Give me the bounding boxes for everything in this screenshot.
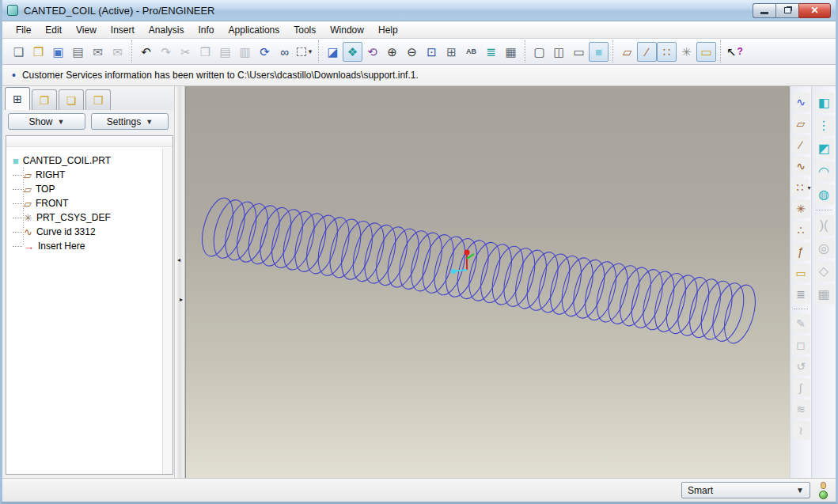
- menu-file[interactable]: File: [9, 23, 38, 37]
- paste-button[interactable]: ▤: [215, 42, 235, 62]
- new-file-button[interactable]: ❏: [9, 42, 28, 62]
- repaint-button[interactable]: ◪: [323, 42, 343, 62]
- annotation-feature-button[interactable]: ▭: [792, 263, 810, 282]
- redo-button[interactable]: ↷: [156, 42, 176, 62]
- curve-equation-tool-button[interactable]: ƒ: [792, 242, 810, 261]
- model-tree-scrollbar[interactable]: [162, 148, 173, 474]
- folder-browser-tab[interactable]: ❐: [32, 89, 57, 110]
- revolve-tool-button[interactable]: ↺: [792, 357, 810, 376]
- zoom-in-button[interactable]: ⊕: [382, 42, 402, 62]
- menu-edit[interactable]: Edit: [38, 23, 69, 37]
- datum-planes-toggle-button[interactable]: ▱: [617, 42, 637, 62]
- shell-tool-button[interactable]: ◎: [814, 238, 834, 259]
- menu-analysis[interactable]: Analysis: [142, 23, 191, 37]
- tree-connector: [13, 189, 22, 190]
- view-manager-button[interactable]: ▦: [501, 42, 521, 62]
- print-icon: ▤: [72, 46, 83, 58]
- menu-tools[interactable]: Tools: [286, 23, 323, 37]
- panel-splitter[interactable]: ◂ ▸: [175, 86, 185, 478]
- menu-info[interactable]: Info: [191, 23, 222, 37]
- print-button[interactable]: ▤: [68, 42, 88, 62]
- reorient-view-button[interactable]: ⟲: [362, 42, 382, 62]
- sketch-tool-button[interactable]: ✎: [792, 314, 810, 333]
- blend-tool-button[interactable]: ≋: [792, 400, 810, 419]
- menu-window[interactable]: Window: [323, 23, 371, 37]
- csys-tool-button[interactable]: ✳: [792, 199, 810, 218]
- style-surface-button[interactable]: ◍: [814, 184, 834, 205]
- wireframe-button[interactable]: ▢: [529, 42, 549, 62]
- settings-button[interactable]: Settings▼: [91, 113, 169, 130]
- expand-right-icon[interactable]: ▸: [180, 296, 183, 303]
- layers-button[interactable]: ≣: [481, 42, 501, 62]
- tree-item-canted-coil-prt[interactable]: ■CANTED_COIL.PRT: [13, 153, 160, 168]
- context-help-button[interactable]: ↖?: [725, 42, 745, 62]
- tree-item-curve-id-3312[interactable]: ∿Curve id 3312: [13, 225, 160, 239]
- draft-tool-button[interactable]: ◇: [814, 261, 834, 282]
- selection-filter-dropdown[interactable]: Smart ▼: [681, 482, 810, 498]
- round-tool-icon: )(: [820, 219, 829, 232]
- tree-item-top[interactable]: ▱TOP: [13, 182, 160, 196]
- datum-axis-tool-button[interactable]: ∕: [792, 135, 810, 154]
- tree-item-insert-here[interactable]: →Insert Here: [13, 239, 160, 253]
- warp-tool-button[interactable]: ≀: [792, 421, 810, 440]
- restore-button[interactable]: [775, 3, 798, 18]
- tree-item-prt-csys-def[interactable]: ✳PRT_CSYS_DEF: [13, 210, 160, 225]
- pattern-tool-button[interactable]: ▦: [814, 284, 834, 305]
- swept-blend-button[interactable]: ◠: [814, 161, 834, 182]
- csys-display-toggle-button[interactable]: ✳: [677, 42, 696, 62]
- close-button[interactable]: ✕: [798, 3, 831, 18]
- boundary-blend-button[interactable]: ◩: [814, 138, 834, 159]
- sketch-curve-tool-button[interactable]: ∿: [792, 157, 810, 176]
- menu-view[interactable]: View: [69, 23, 104, 37]
- sweep-tool-button[interactable]: ∫: [792, 378, 810, 397]
- menu-help[interactable]: Help: [371, 23, 405, 37]
- menu-insert[interactable]: Insert: [104, 23, 142, 37]
- save-button[interactable]: ▣: [48, 42, 68, 62]
- model-tree-tab[interactable]: ⊞: [5, 87, 30, 110]
- pattern-axis-button[interactable]: ⋮: [814, 116, 834, 136]
- feature-extrude-button[interactable]: ◧: [814, 93, 834, 113]
- annotation-display-toggle-button[interactable]: ▭: [696, 42, 716, 62]
- hidden-line-button[interactable]: ◫: [549, 42, 569, 62]
- datum-plane-tool-button[interactable]: ▱: [792, 114, 810, 133]
- open-file-button[interactable]: ❐: [28, 42, 48, 62]
- minimize-button[interactable]: [753, 3, 775, 18]
- flyout-caret-icon[interactable]: ▾: [807, 184, 810, 191]
- named-views-button[interactable]: AB: [461, 42, 481, 62]
- favorites-tab[interactable]: ❏: [59, 89, 84, 110]
- style-curve-tool-button[interactable]: ∿: [792, 93, 810, 112]
- spin-center-button[interactable]: ❖: [343, 42, 362, 62]
- find-button[interactable]: ∞: [275, 42, 294, 62]
- ref-geometry-button[interactable]: ≣: [792, 285, 810, 304]
- zoom-out-button[interactable]: ⊖: [402, 42, 422, 62]
- datum-point-tool-button[interactable]: ∷: [791, 178, 809, 197]
- model-status-indicator-icon[interactable]: [818, 481, 828, 500]
- datum-axes-toggle-button[interactable]: ∕: [637, 42, 657, 62]
- shaded-button[interactable]: ■: [589, 42, 609, 62]
- tree-item-right[interactable]: ▱RIGHT: [13, 168, 160, 182]
- copy-button[interactable]: ❒: [195, 42, 215, 62]
- connections-tab[interactable]: ❒: [85, 89, 111, 110]
- show-button[interactable]: Show▼: [8, 113, 85, 130]
- collapse-left-icon[interactable]: ◂: [177, 256, 180, 263]
- no-hidden-button[interactable]: ▭: [569, 42, 589, 62]
- offset-point-tool-button[interactable]: ∴: [792, 221, 810, 240]
- round-tool-button[interactable]: )(: [814, 215, 834, 236]
- email-link-button[interactable]: ✉: [108, 42, 127, 62]
- point-display-toggle-button[interactable]: ∷: [657, 42, 677, 62]
- regenerate-button[interactable]: ⟳: [255, 42, 275, 62]
- paste-special-button[interactable]: ▥: [235, 42, 255, 62]
- cut-button[interactable]: ✂: [176, 42, 195, 62]
- menu-applications[interactable]: Applications: [222, 23, 287, 37]
- extrude-tool-button[interactable]: ◻: [792, 335, 810, 354]
- refit-button[interactable]: ⊡: [422, 42, 442, 62]
- extrude-tool-icon: ◻: [796, 339, 806, 351]
- paste-icon: ▤: [219, 46, 230, 58]
- email-button[interactable]: ✉: [88, 42, 108, 62]
- saved-views-button[interactable]: ⊞: [442, 42, 461, 62]
- tree-item-label: TOP: [36, 184, 55, 195]
- select-items-button[interactable]: ▾: [294, 42, 314, 62]
- graphics-canvas[interactable]: [185, 86, 790, 478]
- undo-button[interactable]: ↶: [136, 42, 156, 62]
- tree-item-front[interactable]: ▱FRONT: [13, 196, 160, 210]
